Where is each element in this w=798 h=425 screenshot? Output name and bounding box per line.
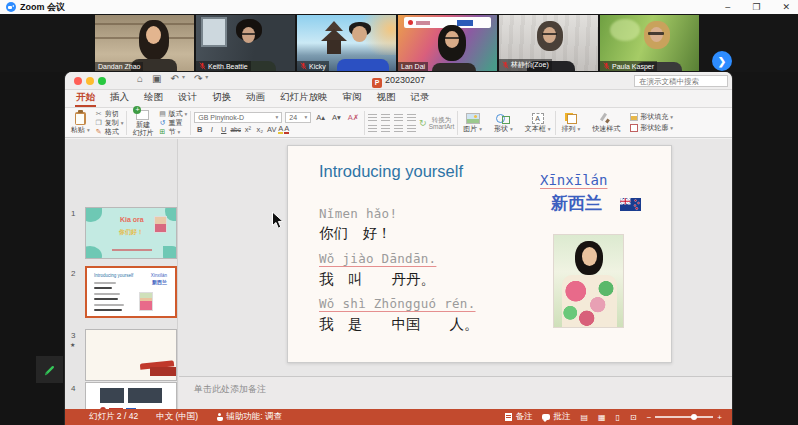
zoom-logo-icon <box>6 2 16 12</box>
reset-button[interactable]: ↺重置 <box>158 119 187 127</box>
tab-draw[interactable]: 绘图 <box>143 89 164 107</box>
character-spacing-button[interactable]: AV <box>266 125 277 134</box>
slide-thumbnail-4[interactable] <box>85 382 177 409</box>
zoom-out-button[interactable]: − <box>647 413 652 422</box>
notes-pane[interactable]: 单击此处添加备注 <box>179 376 732 409</box>
hanzi-line-3[interactable]: 我 是 中国 人。 <box>319 315 479 334</box>
slide-canvas[interactable]: Introducing yourself Nǐmen hǎo! 你们 好！ Wǒ… <box>287 145 672 363</box>
video-tile-keith[interactable]: Keith.Beattie <box>196 15 295 71</box>
font-color-button[interactable]: A <box>284 125 289 134</box>
align-center-button[interactable] <box>381 125 390 132</box>
shape-outline-button[interactable]: 形状轮廓▾ <box>630 124 673 132</box>
slide-thumbnail-3[interactable] <box>85 329 177 381</box>
pinyin-line-1[interactable]: Nǐmen hǎo! <box>319 206 397 221</box>
zoom-in-button[interactable]: + <box>717 413 722 422</box>
thumb2-photo <box>139 292 153 311</box>
close-button[interactable]: ✕ <box>782 0 790 14</box>
video-tile-paula[interactable]: Paula Kasper <box>600 15 699 71</box>
teacher-photo[interactable] <box>553 234 624 328</box>
align-right-button[interactable] <box>394 125 403 132</box>
tab-home[interactable]: 开始 <box>75 89 96 107</box>
pinyin-line-2[interactable]: Wǒ jiào Dāndān. <box>319 251 436 266</box>
video-tile-zoe[interactable]: 林静怡(Zoe) <box>499 15 598 71</box>
new-slide-button[interactable]: 新建 幻灯片 <box>130 110 155 136</box>
slide-thumbnail-2[interactable]: Introducing yourself Xīnxīlán 新西兰 <box>85 266 177 318</box>
italic-button[interactable]: I <box>206 125 217 134</box>
zoom-slider-track[interactable] <box>655 416 713 418</box>
cut-button[interactable]: ✂剪切 <box>95 110 124 118</box>
slide-thumbnail-1[interactable]: Kia ora 你们好！ <box>85 207 177 259</box>
video-tile-dandan[interactable]: Dandan Zhao <box>95 15 194 71</box>
highlight-color-button[interactable]: A <box>278 125 283 134</box>
shape-fill-button[interactable]: 形状填充▾ <box>630 113 673 121</box>
insert-shapes-button[interactable]: 形状 ▾ <box>492 113 515 133</box>
comments-toggle-button[interactable]: 批注 <box>542 411 570 423</box>
section-button[interactable]: ⊞节▾ <box>158 128 187 136</box>
tab-review[interactable]: 审阅 <box>342 89 363 107</box>
new-zealand-flag[interactable] <box>620 198 641 211</box>
align-left-button[interactable] <box>368 125 377 132</box>
pinyin-line-3[interactable]: Wǒ shì Zhōngguó rén. <box>319 296 476 311</box>
thumb2-country: Xīnxīlán <box>151 273 167 278</box>
quick-styles-button[interactable]: 快速样式 <box>590 113 622 132</box>
superscript-button[interactable]: x² <box>242 125 253 134</box>
video-tile-landai[interactable]: Lan Dai <box>398 15 497 71</box>
language-button[interactable]: 中文 (中国) <box>156 411 198 423</box>
arrange-icon <box>565 113 577 124</box>
arrange-button[interactable]: 排列 ▾ <box>559 113 582 133</box>
country-pinyin-text[interactable]: Xīnxīlán <box>540 172 607 188</box>
shrink-font-button[interactable]: A▾ <box>330 113 343 122</box>
numbering-button[interactable] <box>381 114 390 121</box>
thumb2-title: Introducing yourself <box>94 273 133 278</box>
country-hanzi-text[interactable]: 新西兰 <box>551 192 602 215</box>
strikethrough-button[interactable]: abc <box>230 126 241 133</box>
tab-animations[interactable]: 动画 <box>245 89 266 107</box>
zoom-slider[interactable]: − + <box>647 413 722 422</box>
tab-transitions[interactable]: 切换 <box>211 89 232 107</box>
line-spacing-button[interactable] <box>407 114 416 121</box>
zoom-slider-knob[interactable] <box>691 414 697 420</box>
slideshow-button[interactable]: ⊡ <box>630 413 637 422</box>
indent-decrease-button[interactable] <box>394 114 403 121</box>
search-input[interactable] <box>634 75 728 87</box>
next-participants-button[interactable]: ❯ <box>712 51 732 71</box>
reading-view-button[interactable]: ▯ <box>616 413 620 422</box>
slide-thumbnail-panel: 1 Kia ora 你们好！ 2 Introducing yourself Xī… <box>65 139 178 409</box>
clear-formatting-button[interactable]: A✗ <box>346 113 361 122</box>
notes-toggle-button[interactable]: 备注 <box>505 411 532 423</box>
format-painter-button[interactable]: ✎格式 <box>95 128 124 136</box>
bold-button[interactable]: B <box>194 125 205 134</box>
maximize-button[interactable]: ❐ <box>752 0 760 14</box>
video-tile-kicky[interactable]: Kicky <box>297 15 396 71</box>
subscript-button[interactable]: x₂ <box>254 125 265 134</box>
shape-outline-icon <box>630 124 638 132</box>
copy-button[interactable]: ❐复制▾ <box>95 119 124 127</box>
grow-font-button[interactable]: A▴ <box>314 113 327 122</box>
underline-button[interactable]: U <box>218 125 229 134</box>
accessibility-status[interactable]: 辅助功能: 调查 <box>216 411 282 423</box>
tab-slideshow[interactable]: 幻灯片放映 <box>279 89 329 107</box>
slide-sorter-view-button[interactable]: ▦ <box>598 413 606 422</box>
columns-button[interactable] <box>407 125 416 132</box>
hanzi-line-1[interactable]: 你们 好！ <box>319 224 392 243</box>
normal-view-button[interactable]: ▤ <box>580 413 588 422</box>
insert-textbox-button[interactable]: A 文本框 ▾ <box>523 113 553 133</box>
bullets-button[interactable] <box>368 114 377 121</box>
annotate-button[interactable] <box>36 356 63 383</box>
insert-picture-button[interactable]: 图片 ▾ <box>461 113 484 133</box>
slide-title-text[interactable]: Introducing yourself <box>319 162 463 181</box>
minimize-button[interactable]: – <box>725 0 730 14</box>
paste-button[interactable]: 粘贴 ▾ <box>69 112 92 134</box>
tab-insert[interactable]: 插入 <box>109 89 130 107</box>
layout-button[interactable]: ▤版式▾ <box>158 110 187 118</box>
participant-name: 林静怡(Zoe) <box>499 59 552 71</box>
convert-smartart-button[interactable]: ↻ 转换为SmartArt <box>419 116 454 130</box>
tab-design[interactable]: 设计 <box>177 89 198 107</box>
participant-name: Keith.Beattie <box>196 61 251 71</box>
tab-view[interactable]: 视图 <box>376 89 397 107</box>
new-slide-icon <box>136 110 149 120</box>
hanzi-line-2[interactable]: 我 叫 丹丹。 <box>319 270 435 289</box>
font-name-select[interactable]: GB Pinyinok-D▾ <box>194 112 282 123</box>
tab-record[interactable]: 记录 <box>410 89 431 107</box>
font-size-select[interactable]: 24▾ <box>285 112 311 123</box>
